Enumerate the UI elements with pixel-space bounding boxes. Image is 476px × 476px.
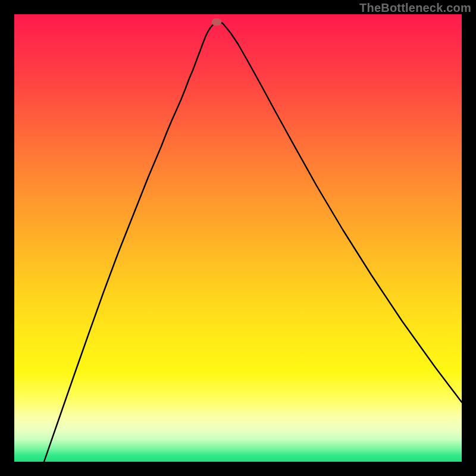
watermark-text: TheBottleneck.com [359,1,471,15]
curve-svg [14,14,462,462]
plot-area [14,14,462,462]
optimum-marker [212,18,221,26]
bottleneck-curve [44,23,462,462]
chart-frame: TheBottleneck.com [0,0,476,476]
